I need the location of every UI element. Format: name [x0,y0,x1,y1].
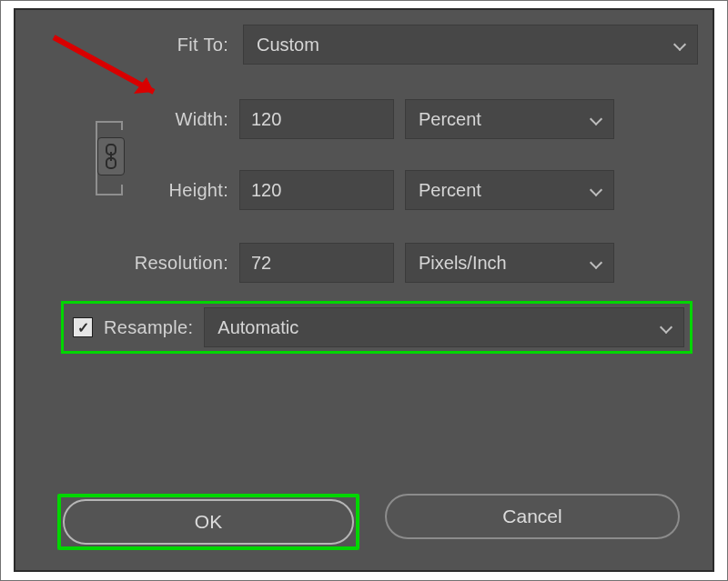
height-value: 120 [251,180,281,201]
height-row: Height: 120 Percent [101,170,614,210]
ok-button-label: OK [195,511,222,533]
width-input[interactable]: 120 [239,99,394,139]
fit-to-label: Fit To: [101,35,228,55]
resample-row: ✓ Resample: Automatic [73,309,684,346]
dialog-buttons: OK Cancel [57,494,693,550]
width-unit-select[interactable]: Percent [405,99,614,139]
annotation-highlight-resample: ✓ Resample: Automatic [61,301,693,354]
width-label: Width: [101,109,228,130]
resolution-row: Resolution: 72 Pixels/Inch [101,243,614,283]
fit-to-value: Custom [257,35,319,55]
width-value: 120 [251,109,281,130]
ok-button[interactable]: OK [63,499,354,545]
chevron-down-icon [673,40,688,49]
chevron-down-icon [590,115,604,124]
cancel-button-label: Cancel [502,506,561,527]
chevron-down-icon [590,258,604,267]
resolution-unit-value: Pixels/Inch [419,253,507,274]
svg-rect-2 [110,152,112,161]
check-icon: ✓ [77,319,89,336]
height-unit-select[interactable]: Percent [405,170,614,210]
resample-value: Automatic [217,317,298,338]
height-label: Height: [101,180,228,201]
annotation-highlight-ok: OK [57,494,359,550]
resample-select[interactable]: Automatic [204,307,684,347]
resolution-unit-select[interactable]: Pixels/Inch [405,243,614,283]
resolution-label: Resolution: [101,253,228,274]
chevron-down-icon [590,185,604,195]
cancel-button[interactable]: Cancel [385,494,680,539]
resample-checkbox[interactable]: ✓ [73,317,93,337]
screenshot: Fit To: Custom Width: 120 Per [0,0,728,581]
height-unit-value: Percent [419,180,481,201]
resample-label: Resample: [104,317,193,338]
resolution-input[interactable]: 72 [239,243,394,283]
width-row: Width: 120 Percent [101,99,614,139]
chain-link-icon [104,144,118,169]
width-unit-value: Percent [419,109,481,130]
chevron-down-icon [660,323,674,332]
resolution-value: 72 [251,253,271,274]
fit-to-row: Fit To: Custom [101,25,698,65]
fit-to-select[interactable]: Custom [243,25,698,65]
height-input[interactable]: 120 [239,170,394,210]
image-size-panel: Fit To: Custom Width: 120 Per [14,8,714,572]
